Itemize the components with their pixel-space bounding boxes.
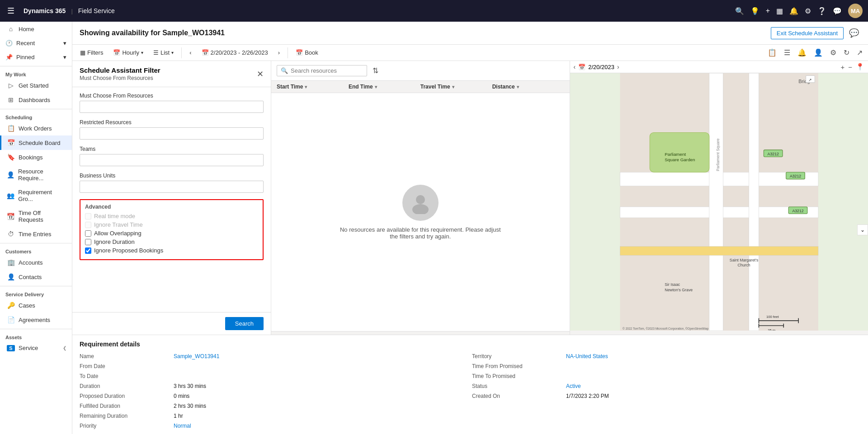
config-icon[interactable]: ⚙	[828, 47, 838, 59]
sidebar-item-schedule-board[interactable]: 📅 Schedule Board	[0, 135, 72, 150]
req-label-to-date: To Date	[80, 372, 170, 380]
time-entries-icon: ⏱	[7, 230, 15, 238]
search-button[interactable]: Search	[225, 317, 264, 330]
divider-1	[0, 66, 72, 66]
req-value-territory[interactable]: NA-United States	[566, 352, 861, 360]
sidebar-item-pinned[interactable]: 📌 Pinned	[0, 50, 72, 64]
app-name: Dynamics 365	[24, 7, 66, 14]
chat-icon[interactable]: 💬	[833, 7, 842, 15]
collapse-map-button[interactable]: ⌄	[857, 224, 868, 235]
book-label: Book	[305, 49, 318, 56]
sidebar-label-accounts: Accounts	[19, 259, 42, 266]
req-value-name[interactable]: Sample_WO13941	[174, 352, 468, 360]
settings-icon[interactable]: ⚙	[805, 7, 811, 15]
ignore-proposed-checkbox[interactable]	[85, 247, 91, 254]
hourly-label: Hourly	[122, 49, 139, 56]
travel-time-sort-icon[interactable]	[452, 84, 454, 89]
add-icon[interactable]: +	[766, 7, 770, 15]
req-label-empty-1	[472, 402, 562, 410]
sidebar-item-bookings[interactable]: 🔖 Bookings	[0, 150, 72, 164]
content-area: Showing availability for Sample_WO13941 …	[72, 22, 868, 434]
must-choose-label: Must Choose From Resources	[80, 93, 264, 99]
requirement-details-title: Requirement details	[80, 341, 861, 348]
sidebar-item-dashboards[interactable]: ⊞ Dashboards	[0, 93, 72, 107]
recent-chevron-icon	[63, 40, 66, 47]
lightbulb-icon[interactable]: 💡	[750, 7, 760, 15]
col-distance-label: Distance	[492, 84, 515, 90]
search-resource-input[interactable]	[291, 67, 354, 74]
filter-nav-icon[interactable]: ▦	[776, 7, 783, 15]
map-nav-prev-button[interactable]: ‹	[574, 63, 576, 70]
map-zoom-in-button[interactable]: +	[840, 63, 844, 71]
svg-text:A3212: A3212	[767, 152, 778, 156]
sidebar-item-contacts[interactable]: 👤 Contacts	[0, 270, 72, 284]
filter-body: Must Choose From Resources Restricted Re…	[72, 87, 271, 312]
results-content: No resources are available for this requ…	[271, 93, 570, 331]
grid-view-icon[interactable]: ☰	[782, 47, 792, 59]
map-toolbar-right: + − 📍	[840, 63, 864, 71]
ignore-duration-checkbox[interactable]	[85, 239, 91, 245]
allow-overlapping-checkbox[interactable]	[85, 230, 91, 237]
sidebar-item-time-off[interactable]: 📆 Time Off Requests	[0, 206, 72, 227]
scroll-bar[interactable]	[271, 331, 570, 335]
business-units-input[interactable]	[80, 181, 264, 193]
distance-sort-icon[interactable]	[517, 84, 519, 89]
real-time-checkbox[interactable]	[85, 213, 91, 219]
dashboards-icon: ⊞	[7, 96, 15, 103]
sidebar-item-home[interactable]: ⌂ Home	[0, 22, 72, 36]
sidebar-item-get-started[interactable]: ▷ Get Started	[0, 78, 72, 93]
sidebar-item-agreements[interactable]: 📄 Agreements	[0, 313, 72, 327]
search-nav-icon[interactable]: 🔍	[735, 7, 744, 15]
sidebar-item-work-orders[interactable]: 📋 Work Orders	[0, 121, 72, 135]
must-choose-input[interactable]	[80, 101, 264, 113]
map-locate-icon[interactable]: 📍	[856, 63, 864, 71]
get-started-icon: ▷	[7, 82, 15, 89]
filter-close-button[interactable]: ✕	[257, 69, 264, 79]
date-range-button[interactable]: 📅 2/20/2023 - 2/26/2023	[198, 47, 272, 58]
chat-header-icon[interactable]: 💬	[847, 26, 861, 40]
sidebar-item-cases[interactable]: 🔑 Cases	[0, 298, 72, 313]
restricted-resources-input[interactable]	[80, 127, 264, 140]
end-time-sort-icon[interactable]	[375, 84, 377, 89]
map-zoom-out-button[interactable]: −	[848, 63, 852, 71]
sidebar-item-recent[interactable]: 🕐 Recent	[0, 36, 72, 50]
restricted-resources-label: Restricted Resources	[80, 119, 264, 126]
teams-input[interactable]	[80, 154, 264, 166]
notification-icon[interactable]: 🔔	[796, 47, 808, 59]
hourly-chevron-icon	[141, 50, 143, 55]
start-time-sort-icon[interactable]	[305, 84, 307, 89]
book-button[interactable]: 📅 Book	[292, 47, 322, 58]
nav-prev-button[interactable]: ‹	[185, 47, 195, 58]
req-value-priority[interactable]: Normal	[174, 422, 468, 430]
bell-icon[interactable]: 🔔	[789, 7, 798, 15]
avatar[interactable]: MA	[848, 4, 863, 18]
person-icon[interactable]: 👤	[812, 47, 825, 59]
expand-icon[interactable]: ↗	[855, 47, 864, 59]
list-view-icon[interactable]: 📋	[766, 47, 778, 59]
hourly-button[interactable]: 📅 Hourly	[109, 47, 147, 58]
req-label-created-on: Created On	[472, 392, 562, 400]
sidebar-item-requirement-gro[interactable]: 👥 Requirement Gro...	[0, 185, 72, 206]
map-image[interactable]: Parliament Square Garden Parliament Squa…	[570, 73, 868, 331]
help-icon[interactable]: ❔	[817, 7, 826, 15]
bookings-icon: 🔖	[7, 154, 15, 161]
list-chevron-icon	[171, 50, 174, 55]
sidebar-item-time-entries[interactable]: ⏱ Time Entries	[0, 227, 72, 241]
hamburger-menu-icon[interactable]: ☰	[5, 4, 16, 18]
sidebar-item-service[interactable]: S Service ❮	[0, 341, 72, 355]
sidebar-label-resource-require: Resource Require...	[18, 168, 66, 182]
sort-toggle-icon[interactable]: ⇅	[371, 65, 380, 77]
sidebar-label-work-orders: Work Orders	[19, 125, 52, 132]
list-button[interactable]: ☰ List	[149, 47, 178, 58]
ignore-travel-checkbox[interactable]	[85, 222, 91, 228]
sidebar-item-resource-require[interactable]: 👤 Resource Require...	[0, 164, 72, 185]
filters-button[interactable]: ▦ Filters	[76, 47, 107, 58]
sidebar-item-accounts[interactable]: 🏢 Accounts	[0, 255, 72, 270]
exit-schedule-assistant-button[interactable]: Exit Schedule Assistant	[771, 27, 844, 39]
map-nav-next-button[interactable]: ›	[617, 63, 619, 70]
req-value-time-to-promised	[566, 372, 861, 380]
refresh-icon[interactable]: ↻	[842, 47, 851, 59]
req-value-status[interactable]: Active	[566, 382, 861, 390]
divider-3	[0, 243, 72, 243]
nav-next-button[interactable]: ›	[274, 47, 284, 58]
